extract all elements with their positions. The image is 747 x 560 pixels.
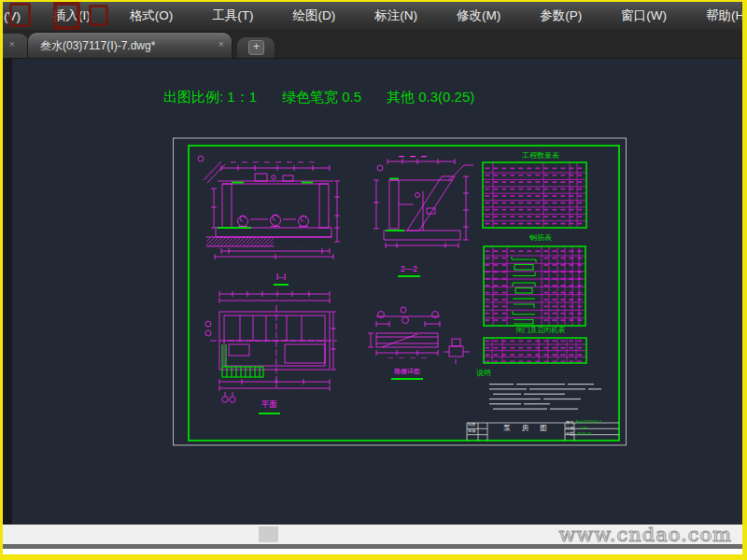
- new-tab-button[interactable]: +: [237, 37, 275, 58]
- section-2-view: [374, 156, 473, 249]
- plus-icon[interactable]: +: [248, 40, 264, 55]
- close-tab-icon[interactable]: ×: [218, 38, 224, 49]
- frame-border-top: [0, 0, 747, 2]
- cad-application-window: (V) 插入(I) 格式(O) 工具(T) 绘图(D) 标注(N) 修改(M) …: [0, 0, 747, 560]
- menu-parametric[interactable]: 参数(P): [520, 7, 601, 24]
- menu-format[interactable]: 格式(O): [110, 7, 193, 24]
- watermark-fragment: [9, 3, 31, 27]
- plot-scale-text: 出图比例: 1：1: [163, 89, 257, 105]
- menu-help[interactable]: 帮助(H): [686, 7, 747, 24]
- plan-view: [205, 287, 337, 403]
- drawing-sheet: .m{stroke:#ff2bff;fill:none;stroke-width…: [173, 137, 627, 446]
- scrollbar-thumb[interactable]: [259, 526, 278, 542]
- document-tab-title: 叁水(03)7117(Ⅰ)-7.dwg*: [40, 38, 155, 54]
- title-block-grid: [467, 423, 619, 441]
- drawing-canvas[interactable]: 出图比例: 1：1绿色笔宽 0.5其他 0.3(0.25): [3, 59, 742, 525]
- detail-view: [368, 307, 470, 364]
- plot-settings-note: 出图比例: 1：1绿色笔宽 0.5其他 0.3(0.25): [163, 89, 500, 106]
- frame-border-left: [0, 0, 3, 560]
- menu-bar: (V) 插入(I) 格式(O) 工具(T) 绘图(D) 标注(N) 修改(M) …: [0, 2, 747, 30]
- rebar-table: [484, 246, 585, 326]
- watermark-fragment: [53, 2, 80, 30]
- menu-modify[interactable]: 修改(M): [437, 7, 520, 24]
- frame-border-right: [742, 0, 747, 560]
- notes-text-lines: [489, 384, 601, 410]
- close-tab-icon[interactable]: ×: [9, 38, 15, 49]
- canvas-left-gutter: [3, 59, 12, 525]
- site-watermark: www.cndao.com: [558, 524, 732, 546]
- green-pen-width-text: 绿色笔宽 0.5: [282, 89, 361, 105]
- materials-table: [484, 338, 586, 363]
- section-1-view: [198, 156, 340, 259]
- menu-tools[interactable]: 工具(T): [192, 7, 273, 24]
- menu-dimension[interactable]: 标注(N): [355, 7, 437, 24]
- other-pen-width-text: 其他 0.3(0.25): [387, 89, 474, 105]
- active-document-tab[interactable]: 叁水(03)7117(Ⅰ)-7.dwg* ×: [28, 33, 232, 58]
- clipped-document-tab[interactable]: ×: [0, 34, 28, 58]
- quantities-table: [483, 162, 586, 228]
- menu-window[interactable]: 窗口(W): [601, 7, 686, 24]
- frame-border-bottom: [0, 554, 747, 560]
- document-tab-bar: × 叁水(03)7117(Ⅰ)-7.dwg* × +: [0, 30, 747, 59]
- menu-draw[interactable]: 绘图(D): [274, 7, 356, 24]
- watermark-fragment: [89, 5, 108, 26]
